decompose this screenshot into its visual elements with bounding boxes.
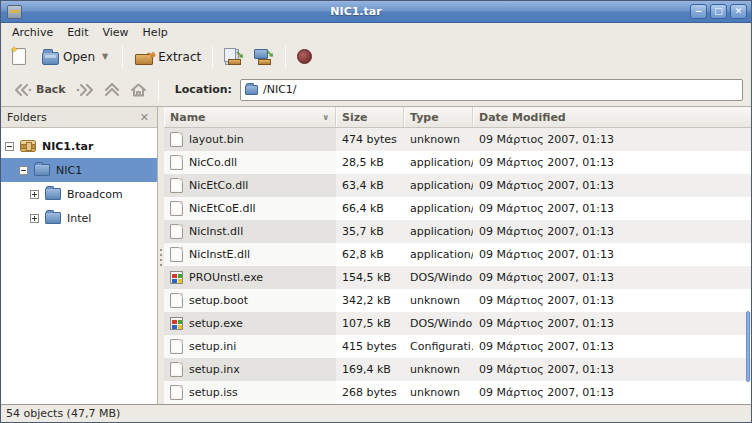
file-name: NicInstE.dll xyxy=(189,248,250,261)
file-name: PROUnstl.exe xyxy=(189,271,263,284)
folders-sidebar: Folders ✕ NIC1.tarNIC1BroadcomIntel xyxy=(1,107,158,404)
table-row[interactable]: NicCo.dll28,5 kBapplication/...09 Μάρτιο… xyxy=(164,151,751,174)
executable-file-icon xyxy=(170,317,183,330)
table-row[interactable]: PROUnstl.exe154,5 kBDOS/Windo...09 Μάρτι… xyxy=(164,266,751,289)
table-row[interactable]: NicEtCo.dll63,4 kBapplication/...09 Μάρτ… xyxy=(164,174,751,197)
column-header-date-modified[interactable]: Date Modified xyxy=(473,107,751,127)
menu-archive[interactable]: Archive xyxy=(5,25,60,40)
up-button[interactable] xyxy=(99,80,125,100)
file-date-modified: 09 Μάρτιος 2007, 01:13 xyxy=(473,386,751,399)
file-type: unknown xyxy=(404,294,473,307)
tree-item-label: Broadcom xyxy=(67,188,123,201)
tree-item-nic1[interactable]: NIC1 xyxy=(1,158,157,182)
forward-button[interactable] xyxy=(71,81,99,99)
table-row[interactable]: setup.exe107,5 kBDOS/Windo...09 Μάρτιος … xyxy=(164,312,751,335)
file-type: DOS/Windo... xyxy=(404,317,473,330)
document-file-icon xyxy=(170,224,183,239)
menu-edit[interactable]: Edit xyxy=(60,25,95,40)
file-size: 169,4 kB xyxy=(336,363,404,376)
forward-icon xyxy=(76,84,94,96)
add-folder-icon xyxy=(254,48,274,65)
maximize-button[interactable]: □ xyxy=(710,4,727,19)
file-name: setup.boot xyxy=(189,294,248,307)
menu-view[interactable]: View xyxy=(95,25,135,40)
file-size: 474 bytes xyxy=(336,133,404,146)
file-size: 66,4 kB xyxy=(336,202,404,215)
file-type: application/... xyxy=(404,156,473,169)
expand-icon[interactable] xyxy=(30,214,39,223)
file-name: NicInst.dll xyxy=(189,225,243,238)
new-archive-button[interactable] xyxy=(7,45,31,68)
sidebar-close-icon[interactable]: ✕ xyxy=(138,111,151,124)
extract-icon xyxy=(134,49,154,65)
tree-item-label: NIC1 xyxy=(56,164,82,177)
titlebar[interactable]: NIC1.tar − □ ✕ xyxy=(1,1,751,23)
table-row[interactable]: NicInstE.dll62,8 kBapplication/...09 Μάρ… xyxy=(164,243,751,266)
document-file-icon xyxy=(170,132,183,147)
main-area: Folders ✕ NIC1.tarNIC1BroadcomIntel Name… xyxy=(1,106,751,404)
sort-chevron-icon: ∨ xyxy=(323,113,330,122)
location-folder-icon xyxy=(245,85,258,95)
document-file-icon xyxy=(170,201,183,216)
minimize-button[interactable]: − xyxy=(690,4,707,19)
location-input[interactable]: /NIC1/ xyxy=(240,79,743,101)
back-button[interactable]: Back xyxy=(9,80,71,99)
sidebar-header: Folders ✕ xyxy=(1,107,157,128)
archive-icon xyxy=(20,140,36,152)
document-file-icon xyxy=(170,385,183,400)
table-row[interactable]: NicEtCoE.dll66,4 kBapplication/...09 Μάρ… xyxy=(164,197,751,220)
splitter-grip-icon xyxy=(160,249,162,269)
file-rows: layout.bin474 bytesunknown09 Μάρτιος 200… xyxy=(164,128,751,404)
table-row[interactable]: layout.bin474 bytesunknown09 Μάρτιος 200… xyxy=(164,128,751,151)
file-list-header: Name ∨ Size Type Date Modified xyxy=(164,107,751,128)
file-date-modified: 09 Μάρτιος 2007, 01:13 xyxy=(473,202,751,215)
document-file-icon xyxy=(170,178,183,193)
expand-icon[interactable] xyxy=(30,190,39,199)
tree-item-intel[interactable]: Intel xyxy=(1,206,157,230)
open-folder-icon xyxy=(42,52,59,65)
extract-button[interactable]: Extract xyxy=(129,46,206,68)
file-date-modified: 09 Μάρτιος 2007, 01:13 xyxy=(473,225,751,238)
file-name: NicEtCoE.dll xyxy=(189,202,256,215)
table-row[interactable]: setup.inx169,4 kBunknown09 Μάρτιος 2007,… xyxy=(164,358,751,381)
folder-tree: NIC1.tarNIC1BroadcomIntel xyxy=(1,128,157,230)
tree-item-nic1-tar[interactable]: NIC1.tar xyxy=(1,134,157,158)
window-title: NIC1.tar xyxy=(22,5,690,18)
add-files-button[interactable] xyxy=(219,45,249,68)
tree-item-broadcom[interactable]: Broadcom xyxy=(1,182,157,206)
file-type: Configurati... xyxy=(404,340,473,353)
stop-button[interactable] xyxy=(292,46,317,67)
column-header-name[interactable]: Name ∨ xyxy=(164,107,336,127)
document-file-icon xyxy=(170,339,183,354)
close-button[interactable]: ✕ xyxy=(730,4,747,19)
file-date-modified: 09 Μάρτιος 2007, 01:13 xyxy=(473,294,751,307)
collapse-icon[interactable] xyxy=(19,166,28,175)
file-name: NicEtCo.dll xyxy=(189,179,248,192)
add-folder-button[interactable] xyxy=(249,45,279,68)
toolbar-separator xyxy=(285,46,286,68)
document-file-icon xyxy=(170,362,183,377)
open-dropdown-chevron-icon[interactable]: ▼ xyxy=(99,52,111,61)
file-name: setup.inx xyxy=(189,363,240,376)
table-row[interactable]: setup.boot342,2 kBunknown09 Μάρτιος 2007… xyxy=(164,289,751,312)
home-button[interactable] xyxy=(125,80,152,100)
file-size: 268 bytes xyxy=(336,386,404,399)
menu-help[interactable]: Help xyxy=(136,25,175,40)
open-button[interactable]: Open ▼ xyxy=(37,46,116,68)
add-files-icon xyxy=(224,48,244,65)
toolbar-separator xyxy=(212,46,213,68)
column-header-type[interactable]: Type xyxy=(404,107,473,127)
column-header-size[interactable]: Size xyxy=(336,107,404,127)
vertical-scrollbar-thumb[interactable] xyxy=(746,311,750,382)
open-label: Open xyxy=(63,50,95,64)
file-size: 154,5 kB xyxy=(336,271,404,284)
toolbar: Open ▼ Extract xyxy=(1,40,751,73)
table-row[interactable]: setup.ini415 bytesConfigurati...09 Μάρτι… xyxy=(164,335,751,358)
file-date-modified: 09 Μάρτιος 2007, 01:13 xyxy=(473,271,751,284)
table-row[interactable]: NicInst.dll35,7 kBapplication/...09 Μάρτ… xyxy=(164,220,751,243)
new-archive-icon xyxy=(12,48,26,65)
table-row[interactable]: setup.iss268 bytesunknown09 Μάρτιος 2007… xyxy=(164,381,751,404)
collapse-icon[interactable] xyxy=(5,142,14,151)
statusbar: 54 objects (47,7 MB) xyxy=(1,404,751,422)
file-name: NicCo.dll xyxy=(189,156,237,169)
